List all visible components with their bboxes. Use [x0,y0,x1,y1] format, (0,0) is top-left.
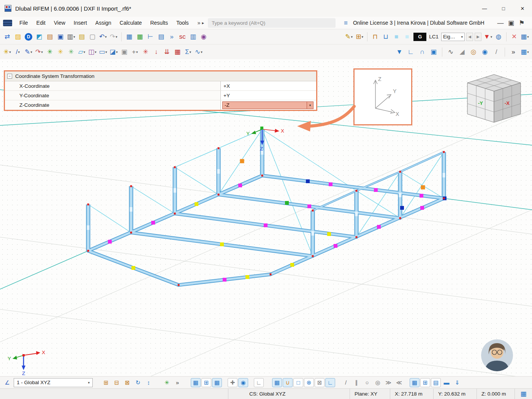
surface-load-icon[interactable]: ▦ [173,47,182,57]
member-load-icon[interactable]: ⇊ [162,47,172,57]
delete-results-icon[interactable]: ✕ [509,32,519,42]
load-wizard-badge[interactable]: G [413,33,426,41]
sc-tables-icon[interactable]: sc [177,32,187,42]
model-cube-icon[interactable]: ◩ [34,32,44,42]
color-swatch-1[interactable]: ■ [391,32,401,42]
work-plane-xz-icon[interactable]: ⊟ [112,378,122,387]
dlubal-cloud-icon[interactable]: D [24,32,33,42]
load-combination-icon[interactable]: Σ▾ [183,47,193,57]
line-tool-icon[interactable]: / [341,378,351,387]
y-coordinate-value[interactable]: +Y [220,91,316,100]
level-bottom-icon[interactable]: ⊔ [381,32,391,42]
precision-tool-icon[interactable]: +▾ [130,47,140,57]
next-load-case-button[interactable]: ▶ [475,33,481,41]
level-top-icon[interactable]: ⊓ [370,32,380,42]
hide-guides-icon[interactable]: ▬ [442,378,451,387]
measure-icon[interactable]: / [491,47,501,57]
object-snap-icon[interactable]: ✚ [228,378,238,387]
work-plane-yz-icon[interactable]: ⊠ [122,378,132,387]
object-snap-center-icon[interactable]: ◉ [238,378,248,387]
magnet-snap-icon[interactable]: ∪ [283,378,293,387]
menu-results[interactable]: Results [146,18,172,28]
dxf-layer-grid-icon[interactable]: ▦ [410,378,420,387]
ribbon-minimize-icon[interactable]: — [496,17,505,28]
search-input[interactable] [208,18,336,28]
jump-tables-icon[interactable]: » [167,32,177,42]
section-cut-icon[interactable]: ∩ [417,47,427,57]
pin-icon[interactable]: ⚑ [517,17,527,28]
table-edit-icon[interactable]: ▤ [156,32,166,42]
menu-insert[interactable]: Insert [70,18,91,28]
pin-view-icon[interactable]: ⇓ [452,378,462,387]
background-layers-icon[interactable]: ▤ [431,378,441,387]
render-mode-icon[interactable]: ◉ [199,32,209,42]
import-model-icon[interactable]: ⇄ [2,32,12,42]
tables-toggle-icon[interactable]: ▦▾ [520,47,530,57]
print-icon[interactable]: ▥▾ [66,32,76,42]
work-plane-xy-icon[interactable]: ⊞ [101,378,111,387]
result-diagram-icon[interactable]: ∟ [406,47,416,57]
walk-through-icon[interactable]: ◉ [480,47,490,57]
slope-icon[interactable]: ◢ [457,47,467,57]
mesh-refine-icon[interactable]: ✳ [66,47,76,57]
layout-panels-icon[interactable]: ▣ [506,17,516,28]
image-gallery-icon[interactable]: ▤ [45,32,55,42]
snap-settings-icon[interactable]: ✳ [162,378,172,387]
undo-icon[interactable]: ↶▾ [98,32,108,42]
new-arc-icon[interactable]: ↷▾ [34,47,44,57]
new-node-icon[interactable]: ✳▾ [2,47,12,57]
minimize-button[interactable]: — [475,0,494,17]
animation-icon[interactable]: ▣ [429,47,439,57]
results-filter-icon[interactable]: ▼ [394,47,404,57]
printout-report-icon[interactable]: ▤ [77,32,87,42]
new-line-icon[interactable]: /▾ [13,47,23,57]
edit-line-icon[interactable]: ✎▾ [24,47,33,57]
new-solid-icon[interactable]: ◫▾ [87,47,97,57]
box-cross-icon[interactable]: ⊠ [315,378,325,387]
load-case-select[interactable]: Eig… ▾ [441,33,465,41]
menu-calculate[interactable]: Calculate [116,18,146,28]
close-button[interactable]: ✕ [513,0,532,17]
new-surface-icon[interactable]: ▱▾ [77,47,87,57]
menu-assign[interactable]: Assign [91,18,116,28]
license-search-icon[interactable]: ≡ [341,17,351,28]
save-icon[interactable]: ▣ [55,32,65,42]
grid-lines-icon[interactable]: ▦ [212,378,222,387]
mirror-chevron-icon[interactable]: ≪ [394,378,404,387]
smooth-results-icon[interactable]: ∿ [446,47,456,57]
color-swatch-2[interactable]: ■ [402,32,412,42]
parallel-tool-icon[interactable]: ∥ [352,378,361,387]
diagram-axes-icon[interactable]: ⊢ [146,32,155,42]
copy-object-icon[interactable]: ▣ [119,47,129,57]
coordinate-system-dropdown[interactable]: 1 - Global XYZ ▾ [14,378,93,387]
node-grid-icon[interactable]: ✳ [55,47,65,57]
grid-points-icon[interactable]: ⊞ [201,378,211,387]
imperfection-icon[interactable]: ∿▾ [194,47,204,57]
table-view-icon[interactable]: ▦ [124,32,134,42]
corner-snap-icon[interactable]: ∟ [325,378,335,387]
camera-icon[interactable]: ◎ [469,47,478,57]
open-file-icon[interactable]: ▨ [13,32,23,42]
menu-tools[interactable]: Tools [172,18,193,28]
new-support-icon[interactable]: ✳ [141,47,150,57]
menu-overflow-chevron[interactable]: » [193,20,202,26]
status-grid-icon[interactable]: ▦ [519,389,529,399]
previous-load-case-button[interactable]: ◀ [466,33,473,41]
new-member-icon[interactable]: ◪▾ [109,47,119,57]
menu-edit[interactable]: Edit [32,18,50,28]
snap-grid2-icon[interactable]: ▦ [272,378,282,387]
snap-more-chevron[interactable]: » [173,378,182,387]
redo-icon[interactable]: ↷▾ [109,32,119,42]
menu-view[interactable]: View [50,18,70,28]
guidelines-icon[interactable]: ⊞▾ [355,32,364,42]
collapse-icon[interactable]: − [7,74,12,79]
table-manager-icon[interactable]: ▦ [135,32,145,42]
filter-loads-icon[interactable]: ▼▾ [483,32,493,42]
rfem-menu-logo-icon[interactable] [3,20,12,26]
avatar[interactable] [481,339,513,371]
menu-overflow-arrow[interactable]: ▸ [202,21,208,25]
rect-select-icon[interactable]: □ [293,378,303,387]
work-plane-rotate-icon[interactable]: ↻ [133,378,143,387]
report-doc-icon[interactable]: ▥ [188,32,198,42]
clipboard-icon[interactable]: ▢ [87,32,97,42]
